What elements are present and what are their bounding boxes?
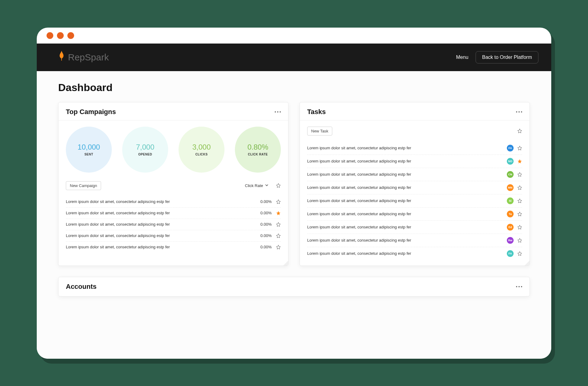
star-icon[interactable] [276,183,281,188]
star-icon[interactable] [517,172,522,177]
campaign-row[interactable]: Lorem ipsum dolor sit amet, consectetur … [66,230,281,242]
row-text: Lorem ipsum dolor sit amet, consectetur … [307,212,507,216]
task-row[interactable]: Lorem ipsum dolor sit amet, consectetur … [307,208,522,221]
star-icon[interactable] [276,245,281,250]
task-row[interactable]: Lorem ipsum dolor sit amet, consectetur … [307,181,522,194]
star-icon[interactable] [517,212,522,216]
task-row-right: Ed [507,224,522,231]
task-row-right: CN [507,171,522,178]
campaign-row[interactable]: Lorem ipsum dolor sit amet, consectetur … [66,208,281,219]
card-body: New Task Lorem ipsum dolor sit amet, con… [300,120,530,266]
new-campaign-button[interactable]: New Campaign [66,181,101,190]
star-icon[interactable] [276,211,281,216]
app-header: RepSpark Menu Back to Order Platform [37,44,551,71]
row-star [272,211,281,216]
resize-corner-icon[interactable] [283,261,288,266]
browser-frame: RepSpark Menu Back to Order Platform Das… [37,28,551,359]
row-text: Lorem ipsum dolor sit amet, consectetur … [307,172,507,177]
window-dot [67,32,74,39]
task-list: Lorem ipsum dolor sit amet, consectetur … [307,142,522,260]
avatar: FA [507,145,514,151]
card-title: Top Campaigns [66,108,116,116]
stat-bubble: 3,000CLICKS [179,127,224,173]
tasks-card: Tasks New Task Lorem ipsum dolor sit ame… [300,102,530,266]
row-value: 0.00% [247,222,272,227]
star-icon[interactable] [276,233,281,238]
task-row[interactable]: Lorem ipsum dolor sit amet, consectetur … [307,221,522,234]
star-icon[interactable] [517,185,522,190]
campaign-list: Lorem ipsum dolor sit amet, consectetur … [66,196,281,253]
menu-link[interactable]: Menu [456,55,468,60]
card-header: Top Campaigns [58,102,288,120]
row-text: Lorem ipsum dolor sit amet, consectetur … [307,238,507,243]
campaign-row[interactable]: Lorem ipsum dolor sit amet, consectetur … [66,242,281,253]
task-row[interactable]: Lorem ipsum dolor sit amet, consectetur … [307,234,522,247]
star-icon[interactable] [517,225,522,230]
star-icon[interactable] [517,238,522,243]
task-row-right: FA [507,145,522,151]
card-body: 10,000SENT7,000OPENED3,000CLICKS0.80%CLI… [58,120,288,258]
row-text: Lorem ipsum dolor sit amet, consectetur … [66,245,247,249]
stat-value: 10,000 [77,143,100,151]
star-icon[interactable] [276,222,281,227]
more-icon[interactable] [275,111,281,113]
avatar: MN [507,184,514,191]
star-icon[interactable] [517,251,522,256]
row-text: Lorem ipsum dolor sit amet, consectetur … [307,198,507,203]
stat-value: 7,000 [136,143,154,151]
tasks-toolbar: New Task [307,127,522,139]
task-row[interactable]: Lorem ipsum dolor sit amet, consectetur … [307,247,522,260]
avatar: Ta [507,211,514,217]
row-star [272,222,281,227]
task-row-right: NO [507,158,522,165]
new-task-button[interactable]: New Task [307,127,332,136]
brand-name: RepSpark [68,52,109,63]
row-text: Lorem ipsum dolor sit amet, consectetur … [307,159,507,163]
campaign-row[interactable]: Lorem ipsum dolor sit amet, consectetur … [66,196,281,208]
star-icon[interactable] [276,199,281,204]
more-icon[interactable] [516,111,522,113]
top-campaigns-card: Top Campaigns 10,000SENT7,000OPENED3,000… [58,102,288,266]
more-icon[interactable] [516,286,522,287]
task-row-right: Si [507,197,522,204]
avatar: FA [507,250,514,257]
task-row[interactable]: Lorem ipsum dolor sit amet, consectetur … [307,155,522,168]
card-title: Tasks [307,108,326,116]
back-to-order-button[interactable]: Back to Order Platform [476,51,538,63]
card-header: Accounts [58,277,530,296]
star-icon[interactable] [517,198,522,203]
task-row[interactable]: Lorem ipsum dolor sit amet, consectetur … [307,168,522,181]
resize-corner-icon[interactable] [525,261,530,266]
task-row-right: Rw [507,237,522,244]
campaign-row[interactable]: Lorem ipsum dolor sit amet, consectetur … [66,219,281,230]
stat-bubble: 0.80%CLICK RATE [235,127,281,173]
row-value: 0.00% [247,199,272,204]
avatar: NO [507,158,514,165]
stat-label: OPENED [138,153,152,156]
row-text: Lorem ipsum dolor sit amet, consectetur … [307,251,507,256]
row-value: 0.00% [247,211,272,215]
star-icon[interactable] [517,146,522,151]
stat-bubble: 7,000OPENED [122,127,168,173]
row-star [272,199,281,204]
campaigns-toolbar: New Campaign Click Rate [66,181,281,193]
sort-dropdown[interactable]: Click Rate [245,183,269,188]
avatar: Ed [507,224,514,231]
task-row[interactable]: Lorem ipsum dolor sit amet, consectetur … [307,142,522,155]
avatar: CN [507,171,514,178]
star-icon[interactable] [517,128,522,133]
row-text: Lorem ipsum dolor sit amet, consectetur … [307,146,507,150]
stat-value: 0.80% [247,143,268,151]
row-star [272,233,281,238]
task-row[interactable]: Lorem ipsum dolor sit amet, consectetur … [307,194,522,208]
page-title: Dashboard [58,82,530,94]
avatar: Rw [507,237,514,244]
row-value: 0.00% [247,245,272,249]
row-value: 0.00% [247,233,272,238]
row-text: Lorem ipsum dolor sit amet, consectetur … [66,233,247,238]
star-icon[interactable] [517,159,522,164]
row-text: Lorem ipsum dolor sit amet, consectetur … [307,185,507,190]
window-dot [57,32,64,39]
window-dot [47,32,53,39]
row-text: Lorem ipsum dolor sit amet, consectetur … [307,225,507,229]
